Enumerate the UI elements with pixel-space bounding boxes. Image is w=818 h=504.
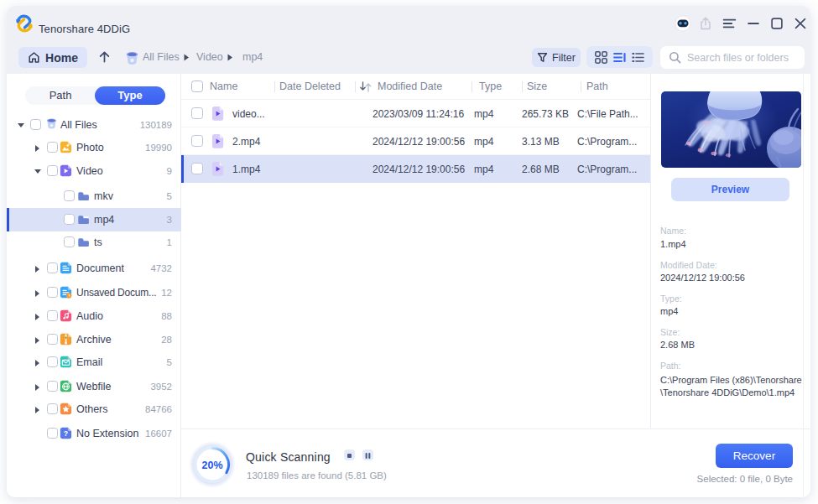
svg-text:20%: 20% xyxy=(201,460,222,471)
svg-text:?: ? xyxy=(64,429,68,438)
